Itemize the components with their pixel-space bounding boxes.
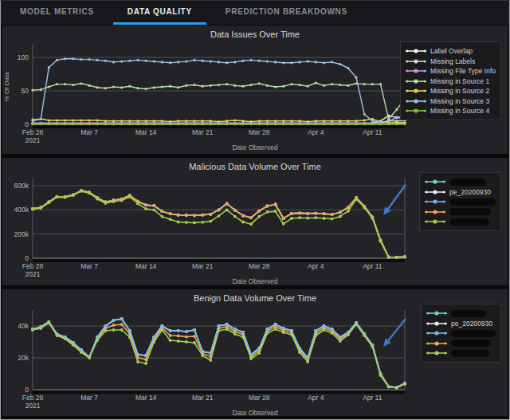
legend-item[interactable] bbox=[425, 217, 496, 227]
legend-marker-icon bbox=[406, 67, 426, 75]
legend-label: Missing in Source 2 bbox=[430, 87, 489, 95]
legend-item[interactable] bbox=[425, 177, 496, 187]
legend-item[interactable]: Missing File Type Info bbox=[406, 66, 496, 77]
x-tick-label: Mar 14 bbox=[135, 128, 157, 136]
chart-title: Data Issues Over Time bbox=[2, 26, 508, 41]
series-line bbox=[33, 190, 405, 257]
legend-item[interactable] bbox=[426, 328, 496, 339]
redacted-legend-label bbox=[449, 198, 496, 206]
chart-title: Benign Data Volume Over Time bbox=[2, 289, 508, 305]
annotation-arrow bbox=[383, 185, 406, 215]
redacted-legend-label bbox=[451, 350, 489, 357]
legend-marker-icon bbox=[406, 107, 426, 115]
redacted-legend-label bbox=[451, 340, 491, 347]
legend-item[interactable]: Missing in Source 4 bbox=[406, 106, 496, 116]
legend-marker-icon bbox=[425, 178, 445, 186]
chart-canvas-malicious-volume: 0200k400k600kFeb 282021Mar 7Mar 14Mar 21… bbox=[2, 174, 410, 277]
x-tick-label: Mar 7 bbox=[80, 394, 98, 402]
legend-label: Missing in Source 4 bbox=[430, 107, 489, 115]
legend-item[interactable]: pe_20200930 bbox=[425, 187, 496, 198]
legend-item[interactable] bbox=[425, 207, 496, 218]
x-tick-sublabel: 2021 bbox=[26, 136, 41, 143]
y-tick-label: 0 bbox=[25, 254, 29, 262]
legend-item[interactable]: pe_20200930 bbox=[426, 319, 496, 329]
x-tick-label: Mar 7 bbox=[80, 262, 98, 270]
y-tick-label: 20k bbox=[18, 354, 29, 362]
legend-marker-icon bbox=[406, 57, 426, 65]
x-tick-label: Mar 21 bbox=[192, 394, 214, 402]
x-tick-label: Mar 14 bbox=[135, 262, 157, 270]
legend-label: pe_20200930 bbox=[451, 320, 492, 328]
x-tick-label: Apr 11 bbox=[363, 394, 382, 402]
x-tick-label: Apr 11 bbox=[363, 128, 382, 136]
series-line bbox=[33, 190, 405, 257]
y-tick-label: 600k bbox=[14, 182, 29, 190]
legend-label: Missing in Source 3 bbox=[430, 97, 489, 105]
x-tick-label: Mar 21 bbox=[192, 128, 214, 136]
tab-prediction-breakdowns[interactable]: PREDICTION BREAKDOWNS bbox=[211, 1, 362, 25]
redacted-legend-label bbox=[451, 330, 496, 337]
x-axis-label: Date Observed bbox=[2, 143, 508, 154]
legend-marker-icon bbox=[425, 198, 445, 206]
y-tick-label: 40k bbox=[18, 322, 29, 330]
legend-item[interactable]: Label Overlap bbox=[406, 46, 496, 57]
legend-label: Missing Labels bbox=[430, 57, 475, 65]
x-tick-sublabel: 2021 bbox=[26, 270, 41, 277]
legend-marker-icon bbox=[425, 188, 445, 196]
legend-item[interactable]: Missing Labels bbox=[406, 57, 496, 67]
y-tick-label: 200k bbox=[14, 230, 29, 238]
series-line bbox=[33, 83, 405, 119]
x-tick-label: Apr 4 bbox=[308, 128, 324, 136]
x-tick-label: Feb 28 bbox=[22, 128, 44, 136]
redacted-legend-label bbox=[449, 218, 489, 226]
legend-data-issues: Label OverlapMissing LabelsMissing File … bbox=[400, 41, 501, 120]
redacted-legend-label bbox=[451, 310, 486, 317]
panel-data-issues: Data Issues Over Time 050100% Of DataFeb… bbox=[2, 26, 508, 154]
tab-data-quality[interactable]: DATA QUALITY bbox=[113, 1, 206, 25]
legend-marker-icon bbox=[406, 87, 426, 95]
chart-title: Malicious Data Volume Over Time bbox=[2, 158, 508, 174]
x-tick-label: Mar 28 bbox=[249, 128, 270, 136]
series-line bbox=[33, 190, 405, 257]
series-line bbox=[33, 191, 405, 257]
series-line bbox=[33, 190, 405, 257]
legend-benign-volume: pe_20200930 bbox=[421, 304, 501, 363]
x-tick-sublabel: 2021 bbox=[26, 402, 41, 409]
legend-malicious-volume: pe_20200930 bbox=[419, 172, 501, 231]
y-tick-label: 400k bbox=[14, 206, 29, 214]
legend-marker-icon bbox=[406, 47, 426, 55]
legend-item[interactable] bbox=[426, 339, 496, 349]
x-tick-label: Apr 4 bbox=[308, 394, 324, 402]
y-tick-label: 0 bbox=[25, 386, 29, 394]
redacted-legend-label bbox=[449, 179, 486, 186]
legend-item[interactable] bbox=[425, 197, 496, 207]
legend-label: Label Overlap bbox=[430, 47, 473, 55]
legend-label: pe_20200930 bbox=[449, 188, 491, 196]
y-tick-label: 0 bbox=[25, 120, 29, 128]
legend-item[interactable] bbox=[426, 308, 496, 319]
redacted-legend-label bbox=[449, 208, 491, 215]
legend-marker-icon bbox=[406, 97, 426, 105]
legend-label: Missing File Type Info bbox=[430, 67, 496, 75]
x-axis-label: Date Observed bbox=[2, 409, 508, 419]
legend-item[interactable]: Missing in Source 2 bbox=[406, 86, 496, 96]
legend-item[interactable]: Missing in Source 3 bbox=[406, 96, 496, 107]
y-axis-label: % Of Data bbox=[3, 72, 10, 101]
x-tick-label: Feb 28 bbox=[22, 394, 44, 402]
legend-label: Missing in Source 1 bbox=[430, 77, 489, 85]
legend-marker-icon bbox=[425, 218, 445, 226]
y-tick-label: 100 bbox=[18, 53, 29, 61]
x-tick-label: Apr 4 bbox=[308, 262, 324, 270]
y-tick-label: 50 bbox=[22, 87, 29, 95]
tab-model-metrics[interactable]: MODEL METRICS bbox=[6, 1, 108, 25]
legend-marker-icon bbox=[426, 340, 447, 347]
x-tick-label: Mar 21 bbox=[192, 262, 214, 270]
chart-canvas-data-issues: 050100% Of DataFeb 282021Mar 7Mar 14Mar … bbox=[2, 41, 410, 143]
chart-canvas-benign-volume: 020k40kFeb 282021Mar 7Mar 14Mar 21Mar 28… bbox=[2, 305, 410, 409]
legend-marker-icon bbox=[425, 208, 445, 216]
x-tick-label: Mar 28 bbox=[249, 262, 270, 270]
legend-marker-icon bbox=[406, 77, 426, 85]
legend-item[interactable]: Missing in Source 1 bbox=[406, 77, 496, 87]
legend-item[interactable] bbox=[426, 348, 496, 359]
legend-marker-icon bbox=[426, 349, 447, 357]
